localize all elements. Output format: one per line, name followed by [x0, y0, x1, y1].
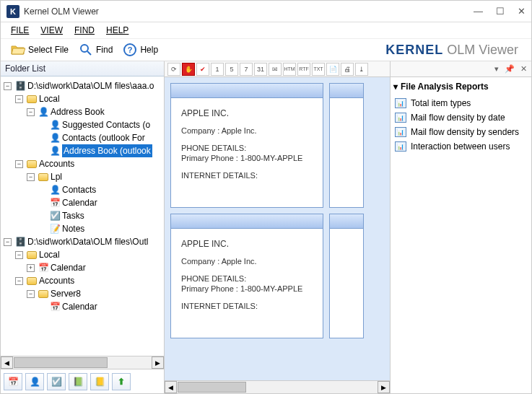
arrow-up-icon: ⬆	[118, 377, 125, 387]
menu-find[interactable]: FIND	[74, 25, 95, 35]
maximize-button[interactable]: ☐	[496, 6, 505, 17]
tree-suggested-contacts[interactable]: 👤Suggested Contacts (o	[4, 118, 164, 131]
content-toolbar: ⟳ ✋ ✔ 1 5 7 31 ✉ HTM RTF TXT 📄 🖨 ⤓	[165, 61, 390, 77]
journal-icon: 📗	[73, 377, 84, 387]
day1-button[interactable]: 1	[211, 63, 224, 76]
window-title: Kernel OLM Viewer	[24, 6, 99, 17]
tree-calendar[interactable]: 📅Calendar	[4, 196, 164, 209]
print-icon: 🖨	[344, 66, 351, 73]
tab-contacts[interactable]: 👤	[25, 373, 44, 390]
report-mail-flow-senders[interactable]: 📊Mail flow density by senders	[393, 125, 528, 139]
day31-button[interactable]: 31	[254, 63, 267, 76]
scroll-thumb[interactable]	[14, 357, 108, 368]
folder-icon	[27, 277, 37, 285]
tree-contacts-outlook[interactable]: 👤Contacts (outlook For	[4, 131, 164, 144]
tab-calendar[interactable]: 📅	[4, 373, 22, 390]
tree-local-2[interactable]: −Local	[4, 248, 164, 261]
scroll-right-button[interactable]: ▶	[378, 381, 390, 393]
scroll-left-button[interactable]: ◀	[165, 381, 177, 393]
help-label: Help	[140, 45, 158, 55]
dropdown-icon[interactable]: ▾	[494, 64, 499, 74]
report-icon: 📊	[395, 113, 406, 123]
contact-card[interactable]: APPLE INC. Company : Apple Inc. PHONE DE…	[170, 83, 323, 208]
chevron-down-icon[interactable]: ▾	[393, 82, 398, 92]
reports-title: ▾ File Analysis Reports	[393, 82, 528, 92]
mail-icon: ✉	[272, 66, 278, 73]
export-button[interactable]: ⤓	[355, 63, 368, 76]
tree-local[interactable]: −Local	[4, 92, 164, 105]
brand-logo: KERNEL OLM Viewer	[385, 43, 518, 58]
report-icon: 📊	[395, 127, 406, 137]
tab-tasks[interactable]: ☑️	[47, 373, 66, 390]
day7-button[interactable]: 7	[240, 63, 253, 76]
pdf-button[interactable]: 📄	[326, 63, 339, 76]
print-button[interactable]: 🖨	[341, 63, 354, 76]
folder-icon	[38, 173, 48, 181]
scroll-track[interactable]	[177, 381, 378, 393]
notes-icon: 📒	[95, 377, 105, 387]
folder-hscroll[interactable]: ◀ ▶	[1, 356, 164, 369]
folder-panel: Folder List −🗄️D:\sid\work\Data\OLM file…	[1, 61, 165, 393]
scroll-left-button[interactable]: ◀	[1, 356, 13, 369]
tree-contacts[interactable]: 👤Contacts	[4, 183, 164, 196]
refresh-button[interactable]: ⟳	[167, 63, 180, 76]
tasks-icon: ☑️	[49, 211, 61, 221]
tree-accounts-2[interactable]: −Accounts	[4, 274, 164, 287]
tree-calendar-3[interactable]: 📅Calendar	[4, 300, 164, 313]
report-mail-flow-date[interactable]: 📊Mail flow density by date	[393, 110, 528, 125]
tree-tasks[interactable]: ☑️Tasks	[4, 209, 164, 222]
hand-icon: ✋	[185, 66, 193, 73]
html-icon: HTM	[284, 66, 295, 71]
tab-notes[interactable]: 📒	[90, 373, 109, 390]
tree-accounts[interactable]: −Accounts	[4, 157, 164, 170]
content-hscroll[interactable]: ◀ ▶	[165, 380, 390, 393]
card-header	[330, 84, 363, 98]
content-panel: ⟳ ✋ ✔ 1 5 7 31 ✉ HTM RTF TXT 📄 🖨 ⤓ APPLE…	[165, 61, 391, 393]
tree-root-2[interactable]: −🗄️D:\sid\work\Data\OLM files\Outl	[4, 235, 164, 248]
tab-journal[interactable]: 📗	[69, 373, 87, 390]
tasks-icon: ☑️	[51, 377, 62, 387]
select-file-label: Select File	[28, 45, 69, 55]
contact-card-partial[interactable]	[329, 214, 364, 338]
tab-up[interactable]: ⬆	[112, 373, 131, 390]
select-file-button[interactable]: Select File	[8, 41, 71, 58]
pdf-icon: 📄	[329, 66, 337, 73]
scroll-track[interactable]	[13, 356, 152, 369]
tree-lpl[interactable]: −Lpl	[4, 170, 164, 183]
report-total-item-types[interactable]: 📊Total item types	[393, 96, 528, 110]
html-button[interactable]: HTM	[283, 63, 296, 76]
contact-icon: 👤	[30, 377, 40, 387]
database-icon: 🗄️	[14, 81, 26, 91]
menu-file[interactable]: FILE	[11, 25, 29, 35]
tree-address-book[interactable]: −👤Address Book	[4, 105, 164, 118]
tree-address-book-outlook[interactable]: 👤Address Book (outlook	[4, 144, 164, 157]
menu-help[interactable]: HELP	[106, 25, 128, 35]
tree-root[interactable]: −🗄️D:\sid\work\Data\OLM files\aaa.o	[4, 79, 164, 92]
contact-card[interactable]: APPLE INC. Company : Apple Inc. PHONE DE…	[170, 214, 323, 338]
check-button[interactable]: ✔	[196, 63, 209, 76]
close-panel-icon[interactable]: ✕	[520, 64, 527, 74]
export-icon: ⤓	[359, 66, 365, 73]
mail-button[interactable]: ✉	[269, 63, 282, 76]
pin-icon[interactable]: 📌	[505, 64, 515, 74]
folder-tree[interactable]: −🗄️D:\sid\work\Data\OLM files\aaa.o −Loc…	[1, 76, 164, 356]
report-interaction-users[interactable]: 📊Interaction between users	[393, 139, 528, 154]
contact-card-partial[interactable]	[329, 83, 364, 208]
scroll-right-button[interactable]: ▶	[152, 356, 164, 369]
close-button[interactable]: ✕	[518, 6, 526, 17]
scroll-thumb[interactable]	[178, 382, 246, 393]
help-button[interactable]: ? Help	[120, 41, 161, 58]
menu-view[interactable]: VIEW	[40, 25, 63, 35]
day5-button[interactable]: 5	[225, 63, 238, 76]
stop-button[interactable]: ✋	[182, 63, 195, 76]
tree-calendar-2[interactable]: +📅Calendar	[4, 261, 164, 274]
rtf-icon: RTF	[299, 66, 308, 71]
txt-button[interactable]: TXT	[312, 63, 325, 76]
report-icon: 📊	[395, 141, 406, 152]
minimize-button[interactable]: —	[474, 6, 483, 17]
calendar-icon: 📅	[49, 302, 61, 312]
tree-server8[interactable]: −Server8	[4, 287, 164, 300]
tree-notes[interactable]: 📝Notes	[4, 222, 164, 235]
rtf-button[interactable]: RTF	[297, 63, 310, 76]
find-button[interactable]: Find	[76, 41, 115, 58]
